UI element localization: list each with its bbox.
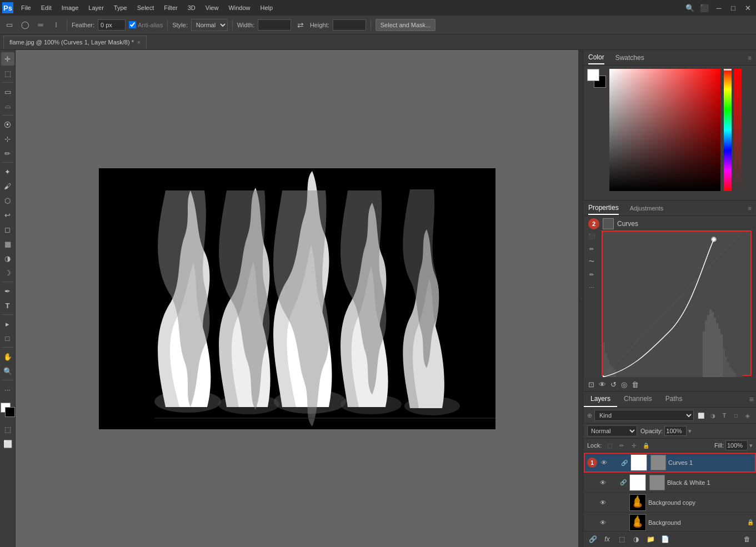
minimize-icon[interactable]: ─	[713, 2, 725, 14]
menu-view[interactable]: View	[201, 3, 223, 12]
document-tab[interactable]: flame.jpg @ 100% (Curves 1, Layer Mask/8…	[3, 36, 147, 49]
close-icon[interactable]: ✕	[742, 2, 754, 14]
layer-row-bw1[interactable]: 👁 🔗 Black & White 1	[584, 473, 756, 493]
width-input[interactable]	[258, 19, 291, 31]
healing-brush-tool[interactable]: ✦	[1, 165, 14, 178]
opacity-dropdown-icon[interactable]: ▾	[688, 428, 692, 435]
marquee-single-col-icon[interactable]: ⁞	[50, 19, 62, 31]
marquee-single-row-icon[interactable]: ═	[34, 19, 47, 31]
layer-eye-bw1[interactable]: 👁	[598, 478, 607, 487]
lock-position-icon[interactable]: ✛	[629, 441, 638, 450]
lasso-tool[interactable]: ⌓	[1, 99, 14, 113]
tab-close-button[interactable]: ×	[137, 39, 141, 46]
properties-panel-expand[interactable]: ≡	[748, 205, 752, 212]
layer-row-background[interactable]: 👁 Background 🔒	[584, 513, 756, 531]
rectangle-tool[interactable]: □	[1, 332, 14, 345]
stamp-tool[interactable]: ⬡	[1, 194, 14, 207]
layer-link-curves1[interactable]: 🔗	[620, 460, 628, 466]
layer-filter-select[interactable]: Kind	[594, 410, 694, 421]
eraser-tool[interactable]: ◻	[1, 223, 14, 236]
curves-smooth-tool[interactable]: ⋯	[586, 282, 597, 293]
alpha-slider[interactable]	[734, 69, 742, 191]
marquee-rect-icon[interactable]: ▭	[3, 19, 16, 31]
maximize-icon[interactable]: □	[727, 2, 739, 14]
anti-alias-checkbox[interactable]: Anti-alias	[129, 21, 163, 28]
blend-mode-select[interactable]: Normal	[587, 425, 637, 436]
new-adjustment-btn[interactable]: ◑	[630, 534, 642, 545]
move-tool[interactable]: ✛	[1, 52, 14, 66]
panel-menu-icon[interactable]: ≡	[748, 54, 752, 61]
layer-eye-background[interactable]: 👁	[598, 518, 607, 527]
height-input[interactable]	[333, 19, 366, 31]
layer-eye-curves1[interactable]: 👁	[599, 458, 608, 467]
channels-tab[interactable]: Channels	[617, 392, 659, 407]
foreground-swatch[interactable]	[587, 69, 599, 81]
lock-transparent-icon[interactable]: ⬚	[605, 441, 614, 450]
menu-edit[interactable]: Edit	[37, 3, 56, 12]
curves-delete-icon[interactable]: 🗑	[632, 380, 639, 389]
color-tab[interactable]: Color	[588, 51, 604, 64]
brush-tool[interactable]: 🖌	[1, 179, 14, 193]
paths-tab[interactable]: Paths	[659, 392, 689, 407]
crop-tool[interactable]: ⊹	[1, 132, 14, 145]
curves-eyedropper-black[interactable]: ✏	[586, 243, 597, 254]
menu-file[interactable]: File	[17, 3, 36, 12]
swap-icon[interactable]: ⇄	[294, 19, 307, 31]
dodge-tool[interactable]: ☽	[1, 266, 14, 279]
workspace-icon[interactable]: ⬛	[698, 2, 710, 14]
hue-slider[interactable]	[724, 69, 732, 191]
curves-clip-icon[interactable]: ⊡	[588, 380, 594, 389]
path-select-tool[interactable]: ▸	[1, 317, 14, 330]
type-tool[interactable]: T	[1, 299, 14, 312]
filter-adjustment-icon[interactable]: ◑	[708, 410, 718, 420]
rectangular-marquee-tool[interactable]: ▭	[1, 85, 14, 98]
opacity-input[interactable]	[664, 426, 687, 436]
filter-shape-icon[interactable]: □	[731, 410, 741, 420]
right-collapse-handle[interactable]: ›	[578, 50, 584, 547]
delete-layer-btn[interactable]: 🗑	[742, 534, 753, 545]
adjustments-tab[interactable]: Adjustments	[630, 205, 664, 212]
curves-preset-tool[interactable]: ⬛	[586, 230, 597, 242]
properties-tab[interactable]: Properties	[588, 202, 619, 215]
filter-pixel-icon[interactable]: ⬜	[696, 410, 706, 420]
artboard-tool[interactable]: ⬚	[1, 67, 14, 80]
curves-pencil-tool[interactable]: ✏	[586, 269, 597, 280]
gradient-tool[interactable]: ▦	[1, 237, 14, 250]
feather-input[interactable]	[98, 19, 126, 31]
layer-link-bw1[interactable]: 🔗	[619, 479, 627, 485]
layer-row-bg-copy[interactable]: 👁 Background copy	[584, 493, 756, 513]
lock-image-icon[interactable]: ✏	[617, 441, 626, 450]
fill-dropdown-icon[interactable]: ▾	[749, 442, 753, 449]
menu-help[interactable]: Help	[256, 3, 278, 12]
quick-selection-tool[interactable]: ⦿	[1, 118, 14, 131]
layer-eye-bg-copy[interactable]: 👁	[598, 498, 607, 507]
curves-graph-container[interactable]	[602, 230, 752, 376]
menu-image[interactable]: Image	[57, 3, 83, 12]
lock-all-icon[interactable]: 🔒	[642, 441, 650, 450]
add-mask-btn[interactable]: ⬚	[616, 534, 627, 545]
screen-mode-btn[interactable]: ⬜	[1, 437, 14, 450]
eyedropper-tool[interactable]: ✏	[1, 147, 14, 160]
layers-tab[interactable]: Layers	[584, 392, 617, 407]
anti-alias-check[interactable]	[129, 21, 136, 28]
filter-smart-icon[interactable]: ◈	[743, 410, 753, 420]
pen-tool[interactable]: ✒	[1, 284, 14, 298]
new-layer-btn[interactable]: 📄	[659, 534, 670, 545]
properties-menu-icon[interactable]: ≡	[748, 205, 752, 212]
menu-layer[interactable]: Layer	[84, 3, 108, 12]
quick-mask-btn[interactable]: ⬚	[1, 423, 14, 436]
style-select[interactable]: Normal	[191, 19, 228, 31]
history-brush-tool[interactable]: ↩	[1, 208, 14, 222]
extra-tools[interactable]: ···	[1, 383, 14, 396]
curves-undo-icon[interactable]: ↺	[610, 380, 617, 389]
menu-window[interactable]: Window	[224, 3, 254, 12]
layers-panel-menu-icon[interactable]: ≡	[749, 395, 754, 404]
layer-row-curves1[interactable]: 1 👁 🔗 Curves 1	[584, 453, 756, 473]
link-layers-btn[interactable]: 🔗	[587, 534, 598, 545]
hand-tool[interactable]: ✋	[1, 350, 14, 363]
menu-filter[interactable]: Filter	[159, 3, 182, 12]
background-color[interactable]	[5, 407, 15, 417]
zoom-tool[interactable]: 🔍	[1, 364, 14, 378]
filter-type-icon[interactable]: T	[719, 410, 729, 420]
select-and-mask-button[interactable]: Select and Mask...	[376, 19, 436, 31]
